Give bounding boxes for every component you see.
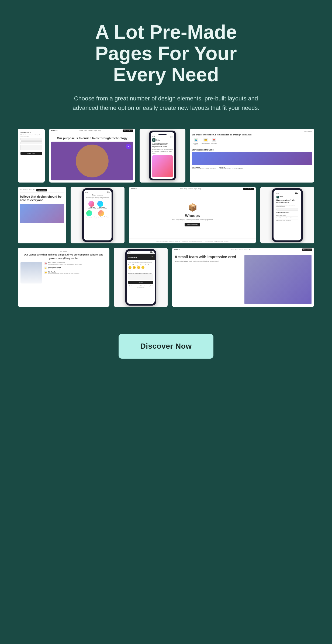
believe-image — [20, 204, 64, 223]
whoops-box-icon: 📦 — [188, 203, 197, 212]
phone-notch — [158, 134, 167, 135]
store-los-angeles: Los Angeles 100 Main St. Los Angeles, CA… — [192, 166, 216, 169]
board-member-harpo: Harpo Joseph Former Agile Coach at Spoti… — [86, 210, 97, 219]
preview-card-small-team-desktop: Motta ▪ ▪▪ Home Shop Features Pages Blog… — [172, 248, 314, 307]
tech-hero-badge: M — [126, 144, 131, 149]
board-row-2: Harpo Joseph Former Agile Coach at Spoti… — [85, 210, 110, 219]
whoops-content: 📦 Whoops We're sorry! This page is curre… — [129, 191, 256, 239]
contact-name-field — [20, 138, 42, 141]
board-row-1: Julian Wan Head of UX at Google Austin D… — [85, 201, 110, 209]
feedback-footer: Questions or concerns? We are here to he… — [128, 285, 153, 288]
preview-card-believe: Shop Features Pages Blog Return the Shop… — [18, 187, 66, 243]
emoji-4: 😁 — [141, 266, 144, 269]
phone-motta-logo: M Motta — [152, 138, 173, 142]
feedback-phone-screen: 9:41▐▐ ◈ Motta × Feedback ✕ Please tell … — [127, 251, 155, 304]
team-nav-links: Home Shop Features Pages Blog — [231, 249, 251, 250]
faq-phone-screen: 9:41▐▐ ◈ M Motta Have questions? We have… — [274, 190, 301, 240]
values-item-mission: 🎯 Make service your mission Give the hig… — [44, 262, 107, 265]
feedback-close-icon: ✕ — [151, 255, 153, 258]
stores-locations: Los Angeles 100 Main St. Los Angeles, CA… — [192, 166, 312, 169]
whoops-footer: Didn't find what you were looking for? C… — [129, 239, 256, 243]
preview-row-1: Contact Form We'd love to hear from you … — [18, 129, 314, 183]
faq-item-2: How do I cancel or edit an order? › — [276, 217, 298, 219]
tech-hero-text: Our purpose is to enrich lives through t… — [49, 133, 135, 142]
contact-email-field — [20, 141, 42, 144]
hero-section: A Lot Pre-Made Pages For Your Every Need… — [72, 22, 260, 113]
team-nav-cta: Return the Shop — [302, 248, 312, 251]
preview-card-board-members: 9:41▐▐ ◈ Board members We're lucky to be… — [71, 187, 124, 243]
values-image — [20, 262, 42, 284]
board-subtitle: We're lucky to be supported by some of t… — [85, 197, 110, 200]
values-title: Our values are what make us unique, driv… — [20, 253, 107, 260]
feedback-satisfaction-label: How satisfied are you with our website? — [128, 264, 153, 265]
emoji-scale-label: Good — [128, 270, 153, 272]
values-content: 🎯 Make service your mission Give the hig… — [20, 262, 107, 284]
team-content: A small team with impressive cred We're … — [172, 252, 314, 307]
whoops-homepage-btn: Go to Homepage — [185, 223, 200, 226]
board-phone-mockup: 9:41▐▐ ◈ Board members We're lucky to be… — [82, 188, 113, 242]
preview-card-technology: Motta ▪ ▪▪ Home Shop Features Pages Blog… — [49, 129, 135, 183]
phone-status-bar: 9:41 ▐▐ ◈ — [152, 136, 173, 138]
whoops-title: Whoops — [185, 214, 200, 218]
values-item-together: 🤝 Win Together We count on each other, a… — [44, 271, 107, 274]
values-header: Our Values — [20, 250, 107, 252]
feedback-question: Please tell us what you think of our web… — [128, 261, 153, 263]
preview-card-contact-form: Contact Form We'd love to hear from you … — [18, 129, 45, 183]
service-daily: 📅 Daily Deals — [211, 138, 217, 145]
faq-status-bar: 9:41▐▐ ◈ — [275, 191, 300, 195]
services-title: We enable innovation. From ideation all … — [192, 134, 312, 136]
feedback-status-bar: 9:41▐▐ ◈ — [127, 251, 155, 254]
feedback-header: Motta × Feedback ✕ — [127, 254, 155, 260]
store-california: California 11040 Santa Monica Blvd, Los … — [219, 166, 243, 169]
team-image — [244, 255, 312, 304]
preview-row-3: Our Values Our values are what make us u… — [18, 248, 314, 307]
services-header: Our Services — [192, 131, 312, 132]
phone-small-team-title: A small team with impressive cred — [152, 143, 173, 148]
board-member-kenzie: Kenzie Kraft Former Design Partner at SA… — [98, 210, 109, 219]
tech-nav-cta: Return the Shop — [123, 130, 133, 132]
contact-submit-btn: Get in Touch — [20, 152, 42, 155]
feedback-submit-btn: Submit — [128, 281, 153, 284]
service-payment: 💳 Secure Payment — [202, 138, 210, 145]
team-nav-logo: Motta ▪ ▪▪ — [174, 249, 180, 250]
phone-screen: 9:41 ▐▐ ◈ M Motta A small team with impr… — [151, 132, 174, 179]
feedback-textarea — [128, 274, 153, 280]
hero-subtitle: Choose from a great number of design ele… — [72, 94, 260, 113]
stores-image — [192, 152, 312, 165]
preview-card-small-team-phone: 9:41 ▐▐ ◈ M Motta A small team with impr… — [140, 129, 185, 183]
stores-section: Stores around the world Los Angeles 100 … — [192, 147, 312, 169]
faq-section-title: Orders & Purchases — [276, 212, 298, 214]
emoji-3: 😊 — [137, 266, 140, 269]
believe-nav-btn: Return the Shop — [36, 189, 47, 191]
believe-nav: Shop Features Pages Blog Return the Shop — [20, 189, 64, 193]
phone-team-image — [152, 155, 173, 177]
feedback-modal-title: Feedback — [129, 257, 137, 258]
team-nav: Motta ▪ ▪▪ Home Shop Features Pages Blog… — [172, 248, 314, 252]
preview-card-values: Our Values Our values are what make us u… — [18, 248, 109, 307]
discover-now-button[interactable]: Discover Now — [119, 334, 213, 359]
phone-small-team-text: We're growing fast and would love to mee… — [152, 149, 173, 154]
preview-card-services: Our Services We enable innovation. From … — [190, 129, 314, 183]
feedback-phone-mockup: 9:41▐▐ ◈ Motta × Feedback ✕ Please tell … — [125, 249, 156, 306]
preview-card-faq-phone: 9:41▐▐ ◈ M Motta Have questions? We have… — [260, 187, 314, 243]
preview-card-whoops: Motta ▪ ▪▪ Home Shop Features Pages Blog… — [129, 187, 256, 243]
faq-item-3: Why was my order canceled? › — [276, 219, 298, 222]
preview-row-2: Shop Features Pages Blog Return the Shop… — [18, 187, 314, 243]
values-item-excellence: ⭐ Strive for excellence Don't settle for… — [44, 267, 107, 270]
whoops-text: We're sorry! This page is currently unav… — [172, 219, 213, 220]
believe-title: believe that design should be able to ev… — [20, 195, 64, 202]
feedback-emoji-row: 😞 😐 😊 😁 — [128, 266, 153, 269]
feedback-thoughts-label: Do you have any thoughts you'd like to s… — [128, 272, 153, 274]
whoops-nav: Motta ▪ ▪▪ Home Shop Features Pages Blog… — [129, 187, 256, 191]
faq-phone-mockup: 9:41▐▐ ◈ M Motta Have questions? We have… — [272, 188, 303, 242]
tech-nav-links: Home Shop Features Pages Blog — [79, 130, 101, 131]
services-icons: 🌍 Worldwide Delivery 💳 Secure Payment 📅 … — [192, 138, 312, 145]
stores-title: Stores around the world — [192, 149, 312, 151]
hero-title: A Lot Pre-Made Pages For Your Every Need — [72, 22, 260, 86]
board-phone-screen: 9:41▐▐ ◈ Board members We're lucky to be… — [84, 190, 112, 240]
team-subtitle: We're growing fast and would love to mee… — [175, 260, 242, 262]
tech-hero-image: M — [51, 142, 133, 180]
board-member-austin: Austin Distel Founder and CEO, Gitstep — [97, 201, 107, 209]
contact-form-title: Contact Form — [20, 131, 42, 133]
faq-title: Have questions? We have answers! — [276, 199, 298, 204]
